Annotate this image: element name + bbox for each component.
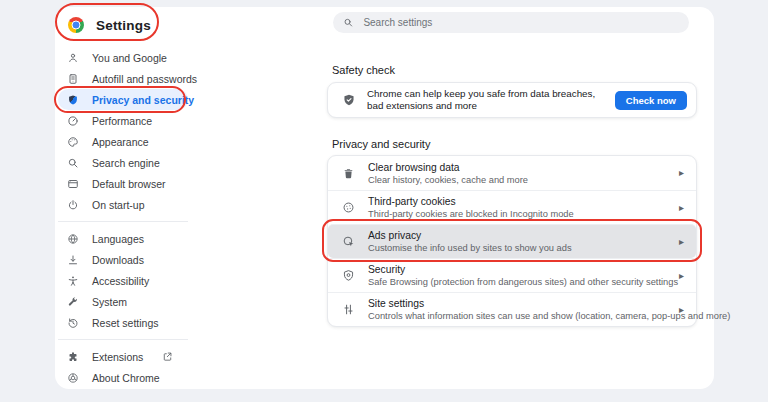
sidebar-item-default-browser[interactable]: Default browser: [58, 173, 188, 194]
palette-icon: [67, 136, 79, 148]
row-title: Third-party cookies: [368, 196, 666, 207]
ads-click-icon: [342, 235, 355, 248]
row-subtitle: Safe Browsing (protection from dangerous…: [368, 277, 666, 287]
sidebar-divider: [58, 221, 188, 222]
safety-check-message: Chrome can help keep you safe from data …: [367, 88, 604, 112]
safety-check-card: Chrome can help keep you safe from data …: [327, 82, 697, 118]
chevron-right-icon: ▸: [679, 168, 684, 178]
safety-check-heading: Safety check: [332, 64, 395, 76]
privacy-shield-icon: [67, 94, 79, 106]
sidebar-item-label: You and Google: [92, 52, 167, 64]
sidebar-item-label: Performance: [92, 115, 152, 127]
row-subtitle: Third-party cookies are blocked in Incog…: [368, 209, 666, 219]
sidebar-item-performance[interactable]: Performance: [58, 110, 188, 131]
sidebar-item-label: Reset settings: [92, 317, 159, 329]
row-site-settings[interactable]: Site settings Controls what information …: [328, 292, 696, 326]
sidebar-item-label: Appearance: [92, 136, 149, 148]
chevron-right-icon: ▸: [679, 271, 684, 281]
sidebar-item-accessibility[interactable]: Accessibility: [58, 270, 188, 291]
row-third-party-cookies[interactable]: Third-party cookies Third-party cookies …: [328, 190, 696, 224]
check-now-button[interactable]: Check now: [615, 91, 687, 110]
sidebar: You and Google Autofill and passwords Pr…: [58, 47, 188, 388]
person-icon: [67, 52, 79, 64]
download-icon: [67, 254, 79, 266]
chevron-right-icon: ▸: [679, 305, 684, 315]
sidebar-item-label: Privacy and security: [92, 94, 194, 106]
chrome-logo-icon: [68, 17, 84, 33]
search-icon: [67, 157, 79, 169]
wrench-icon: [67, 296, 79, 308]
sidebar-item-label: Search engine: [92, 157, 160, 169]
sidebar-item-extensions[interactable]: Extensions: [58, 346, 188, 367]
search-bar[interactable]: [333, 12, 689, 33]
row-subtitle: Clear history, cookies, cache and more: [368, 175, 666, 185]
row-ads-privacy[interactable]: Ads privacy Customise the info used by s…: [328, 224, 696, 258]
sidebar-item-label: Downloads: [92, 254, 144, 266]
sidebar-item-autofill[interactable]: Autofill and passwords: [58, 68, 188, 89]
globe-icon: [67, 233, 79, 245]
row-security[interactable]: Security Safe Browsing (protection from …: [328, 258, 696, 292]
search-input[interactable]: [361, 16, 679, 29]
row-subtitle: Controls what information sites can use …: [368, 311, 666, 321]
sidebar-item-label: Languages: [92, 233, 144, 245]
sidebar-item-label: System: [92, 296, 127, 308]
browser-window-icon: [67, 178, 79, 190]
sidebar-item-reset-settings[interactable]: Reset settings: [58, 312, 188, 333]
cookie-icon: [342, 201, 355, 214]
puzzle-icon: [67, 351, 79, 363]
sidebar-item-appearance[interactable]: Appearance: [58, 131, 188, 152]
privacy-section-heading: Privacy and security: [332, 138, 430, 150]
sidebar-item-privacy-and-security[interactable]: Privacy and security: [58, 89, 188, 110]
power-icon: [67, 199, 79, 211]
sidebar-item-on-start-up[interactable]: On start-up: [58, 194, 188, 215]
sidebar-item-about-chrome[interactable]: About Chrome: [58, 367, 188, 388]
search-icon: [343, 17, 353, 28]
sidebar-item-languages[interactable]: Languages: [58, 228, 188, 249]
sidebar-item-you-and-google[interactable]: You and Google: [58, 47, 188, 68]
security-shield-icon: [342, 269, 355, 282]
app-header: Settings: [68, 14, 151, 36]
sidebar-item-label: On start-up: [92, 199, 145, 211]
external-link-icon: [162, 351, 173, 362]
accessibility-icon: [67, 275, 79, 287]
settings-panel: Settings You and Google Autofill and pas…: [55, 7, 714, 389]
sidebar-item-label: Accessibility: [92, 275, 149, 287]
sidebar-item-label: About Chrome: [92, 372, 160, 384]
sidebar-item-label: Default browser: [92, 178, 166, 190]
trash-icon: [342, 167, 355, 180]
privacy-settings-card: Clear browsing data Clear history, cooki…: [327, 155, 697, 327]
sidebar-item-system[interactable]: System: [58, 291, 188, 312]
chrome-outline-icon: [67, 372, 79, 384]
tune-icon: [342, 303, 355, 316]
row-title: Security: [368, 264, 666, 275]
sidebar-divider: [58, 339, 188, 340]
autofill-icon: [67, 73, 79, 85]
row-title: Site settings: [368, 298, 666, 309]
row-clear-browsing-data[interactable]: Clear browsing data Clear history, cooki…: [328, 156, 696, 190]
shield-check-icon: [342, 93, 356, 107]
page-title: Settings: [96, 18, 151, 33]
row-subtitle: Customise the info used by sites to show…: [368, 243, 666, 253]
row-title: Clear browsing data: [368, 162, 666, 173]
chevron-right-icon: ▸: [679, 237, 684, 247]
speedometer-icon: [67, 115, 79, 127]
sidebar-item-downloads[interactable]: Downloads: [58, 249, 188, 270]
sidebar-item-label: Extensions: [92, 351, 143, 363]
row-title: Ads privacy: [368, 230, 666, 241]
sidebar-item-label: Autofill and passwords: [92, 73, 197, 85]
chevron-right-icon: ▸: [679, 203, 684, 213]
sidebar-item-search-engine[interactable]: Search engine: [58, 152, 188, 173]
reset-icon: [67, 317, 79, 329]
